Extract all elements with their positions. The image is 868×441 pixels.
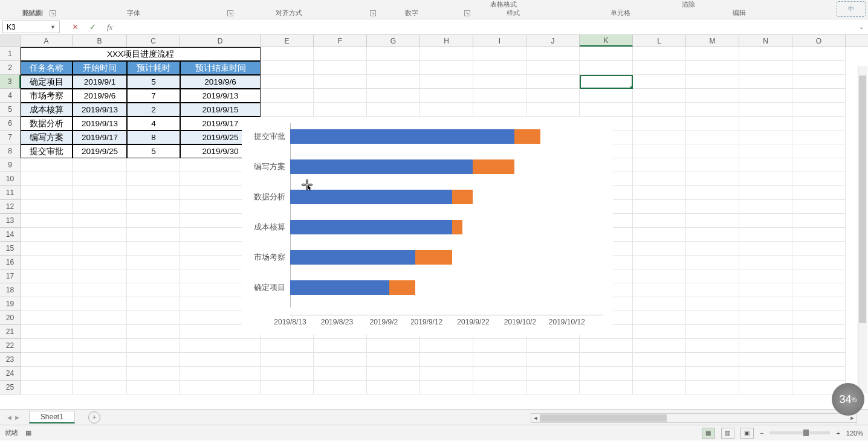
scroll-left-icon[interactable]: ◄ <box>531 414 540 422</box>
cell-M6[interactable] <box>686 117 739 130</box>
column-header-I[interactable]: I <box>473 35 526 47</box>
cell-N11[interactable] <box>739 186 792 200</box>
cell-H23[interactable] <box>420 353 473 367</box>
cell-E3[interactable] <box>261 75 314 89</box>
cell-K3[interactable] <box>580 75 633 89</box>
row-header[interactable]: 13 <box>0 214 21 228</box>
name-box[interactable]: K3 ▼ <box>2 21 60 33</box>
cell-N15[interactable] <box>739 242 792 256</box>
cell-B5[interactable]: 2019/9/13 <box>73 103 127 117</box>
cell-G23[interactable] <box>367 353 420 367</box>
row-header[interactable]: 25 <box>0 381 21 394</box>
cell-N3[interactable] <box>739 75 792 89</box>
cell-C2[interactable]: 预计耗时 <box>127 61 180 75</box>
column-header-G[interactable]: G <box>367 35 420 47</box>
cell-C23[interactable] <box>127 353 180 367</box>
cell-O13[interactable] <box>792 214 846 228</box>
cell-A6[interactable]: 数据分析 <box>21 117 73 130</box>
cell-O16[interactable] <box>792 256 846 269</box>
cell-O6[interactable] <box>792 117 846 130</box>
cell-J23[interactable] <box>526 353 580 367</box>
cell-C19[interactable] <box>127 297 180 311</box>
cell-K25[interactable] <box>580 381 633 394</box>
worksheet-grid[interactable]: ABCDEFGHIJKLMNO 1XXX项目进度流程2任务名称开始时间预计耗时预… <box>0 35 868 409</box>
tab-nav-buttons[interactable]: ◄ ► <box>0 414 27 421</box>
fx-icon[interactable]: fx <box>107 22 112 32</box>
cell-I22[interactable] <box>473 339 526 353</box>
row-header[interactable]: 17 <box>0 269 21 283</box>
cell-L8[interactable] <box>633 144 686 158</box>
cell-B21[interactable] <box>73 325 127 339</box>
cell-M16[interactable] <box>686 256 739 269</box>
cell-O21[interactable] <box>792 325 846 339</box>
cell-A17[interactable] <box>21 269 73 283</box>
cell-N14[interactable] <box>739 228 792 242</box>
row-header[interactable]: 24 <box>0 367 21 381</box>
cell-O22[interactable] <box>792 339 846 353</box>
cell-D24[interactable] <box>180 367 261 381</box>
cell-C16[interactable] <box>127 256 180 269</box>
chevron-down-icon[interactable]: ▼ <box>50 24 56 30</box>
row-header[interactable]: 15 <box>0 242 21 256</box>
cell-L16[interactable] <box>633 256 686 269</box>
cell-L13[interactable] <box>633 214 686 228</box>
cell-C11[interactable] <box>127 186 180 200</box>
column-header-D[interactable]: D <box>180 35 261 47</box>
chart-bar-series1[interactable] <box>290 280 389 295</box>
cell-N2[interactable] <box>739 61 792 75</box>
vertical-scrollbar[interactable] <box>858 66 867 393</box>
cell-C20[interactable] <box>127 311 180 325</box>
cell-D4[interactable]: 2019/9/13 <box>180 89 261 103</box>
cell-A23[interactable] <box>21 353 73 367</box>
row-header[interactable]: 8 <box>0 144 21 158</box>
cell-I25[interactable] <box>473 381 526 394</box>
cell-I3[interactable] <box>473 75 526 89</box>
cell-O18[interactable] <box>792 283 846 297</box>
cell-K23[interactable] <box>580 353 633 367</box>
chart-bar-series2[interactable] <box>514 129 540 144</box>
cell-N5[interactable] <box>739 103 792 117</box>
cell-N25[interactable] <box>739 381 792 394</box>
cell-E4[interactable] <box>261 89 314 103</box>
row-header[interactable]: 7 <box>0 130 21 144</box>
cell-B15[interactable] <box>73 242 127 256</box>
cell-O24[interactable] <box>792 367 846 381</box>
cell-J2[interactable] <box>526 61 580 75</box>
enter-icon[interactable]: ✓ <box>89 22 96 31</box>
horizontal-scrollbar[interactable]: ◄ ► <box>531 413 857 423</box>
cell-M5[interactable] <box>686 103 739 117</box>
column-header-K[interactable]: K <box>580 35 633 47</box>
cell-K5[interactable] <box>580 103 633 117</box>
cell-L12[interactable] <box>633 200 686 214</box>
zoom-out-button[interactable]: − <box>760 430 763 437</box>
chart-bar-series1[interactable] <box>290 159 473 174</box>
cell-E1[interactable] <box>261 47 314 61</box>
cell-A24[interactable] <box>21 367 73 381</box>
cell-D23[interactable] <box>180 353 261 367</box>
zoom-slider[interactable] <box>769 431 830 434</box>
ribbon-clear-button[interactable]: 清除 <box>682 0 695 18</box>
cell-M7[interactable] <box>686 130 739 144</box>
formula-input[interactable] <box>125 19 855 34</box>
cell-F2[interactable] <box>314 61 367 75</box>
cell-A1[interactable]: XXX项目进度流程 <box>21 47 261 61</box>
cell-O15[interactable] <box>792 242 846 256</box>
chart-bar-series1[interactable] <box>290 220 452 234</box>
column-header-L[interactable]: L <box>633 35 686 47</box>
cell-F22[interactable] <box>314 339 367 353</box>
cell-N8[interactable] <box>739 144 792 158</box>
cell-M24[interactable] <box>686 367 739 381</box>
row-header[interactable]: 18 <box>0 283 21 297</box>
cell-I4[interactable] <box>473 89 526 103</box>
cell-F1[interactable] <box>314 47 367 61</box>
cell-A18[interactable] <box>21 283 73 297</box>
cell-H22[interactable] <box>420 339 473 353</box>
view-page-layout-button[interactable]: ▥ <box>721 428 734 439</box>
cell-L14[interactable] <box>633 228 686 242</box>
column-header-J[interactable]: J <box>526 35 580 47</box>
cell-L19[interactable] <box>633 297 686 311</box>
cell-O4[interactable] <box>792 89 846 103</box>
row-header[interactable]: 10 <box>0 172 21 186</box>
cell-K24[interactable] <box>580 367 633 381</box>
cell-A19[interactable] <box>21 297 73 311</box>
